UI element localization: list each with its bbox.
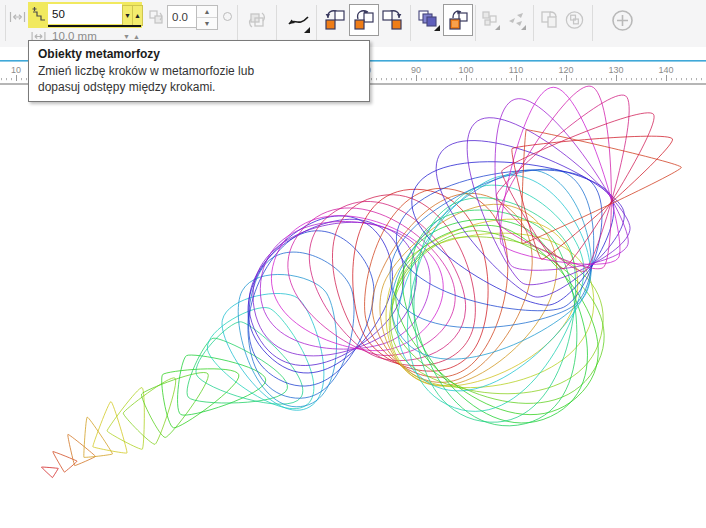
separator — [276, 5, 277, 41]
svg-text:110: 110 — [509, 65, 523, 75]
svg-text:90: 90 — [411, 65, 421, 75]
blend-steps-input[interactable] — [48, 4, 122, 24]
mini-squares-icon — [480, 9, 503, 33]
blend-step-shape[interactable] — [248, 216, 392, 373]
object-acceleration-button[interactable] — [245, 8, 269, 32]
tooltip-line1: Zmień liczbę kroków w metamorfozie lub — [38, 63, 360, 79]
blend-direction-icon — [148, 9, 164, 25]
start-object-icon — [323, 8, 347, 32]
copy-blend-icon — [539, 9, 560, 31]
copy-blend-button[interactable] — [538, 8, 560, 32]
blend-steps-label — [30, 5, 46, 23]
blend-step-shape[interactable] — [249, 231, 374, 386]
degree-symbol-icon — [223, 12, 232, 21]
blend-steps-icon — [31, 6, 46, 22]
end-object-button[interactable] — [380, 7, 404, 33]
direction-spinner-up[interactable]: ▲ — [197, 6, 217, 18]
blend-step-shape[interactable] — [107, 388, 144, 450]
stacked-squares-icon — [417, 8, 441, 32]
dropdown-arrow-icon — [304, 27, 310, 33]
active-blend-icon — [446, 8, 470, 32]
steps-spinner-up[interactable]: ▲ — [132, 5, 143, 26]
acceleration-icon — [246, 9, 268, 31]
h-spacing-icon — [9, 11, 26, 23]
map-nodes-button[interactable] — [504, 8, 529, 34]
separator — [533, 5, 534, 41]
clone-sphere-icon — [564, 9, 585, 31]
blend-art[interactable] — [0, 85, 706, 528]
end-object-icon — [380, 8, 404, 32]
separator — [410, 5, 411, 41]
focus-underline — [48, 25, 141, 27]
blend-objects-button[interactable] — [416, 7, 441, 33]
blend-step-shape[interactable] — [222, 293, 324, 410]
svg-text:130: 130 — [608, 65, 623, 75]
blend-spacing-left-button[interactable] — [8, 10, 26, 23]
more-options-button[interactable] — [479, 8, 503, 34]
svg-text:140: 140 — [658, 65, 673, 75]
blend-step-shape[interactable] — [84, 417, 113, 457]
plus-circle-icon — [611, 9, 634, 32]
separator — [5, 5, 6, 41]
blend-step-shape[interactable] — [207, 308, 314, 409]
blend-direction-input[interactable] — [167, 5, 197, 28]
tooltip-line2: dopasuj odstępy między krokami. — [38, 79, 360, 95]
active-blend-button[interactable] — [443, 4, 473, 36]
blend-step-shape[interactable] — [436, 141, 624, 298]
clone-blend-button[interactable] — [563, 8, 585, 32]
direction-spinner: ▲ ▼ — [196, 5, 218, 30]
path-properties-button[interactable] — [285, 7, 311, 35]
svg-text:120: 120 — [558, 65, 573, 75]
separator — [592, 5, 593, 41]
drawing-canvas[interactable] — [0, 85, 706, 528]
tooltip-title: Obiekty metamorfozy — [38, 46, 360, 63]
separator — [316, 5, 317, 41]
tooltip: Obiekty metamorfozy Zmień liczbę kroków … — [28, 40, 370, 102]
end-object-mid-button[interactable] — [349, 4, 379, 36]
svg-text:10: 10 — [11, 65, 21, 75]
application-window: ▼ ▲ 10.0 mm ▼ ▲ — [0, 0, 706, 528]
blend-step-shape[interactable] — [187, 338, 287, 403]
start-object-button[interactable] — [323, 7, 347, 33]
separator — [237, 5, 238, 41]
blend-direction-label — [148, 9, 164, 25]
add-preset-button[interactable] — [610, 8, 634, 32]
map-nodes-icon — [505, 9, 529, 33]
dropdown-arrow-icon — [495, 25, 500, 30]
direction-spinner-down[interactable]: ▼ — [197, 18, 217, 29]
separator — [475, 5, 476, 41]
blend-both-icon — [352, 8, 376, 32]
svg-text:100: 100 — [458, 65, 473, 75]
blend-step-shape[interactable] — [123, 378, 175, 444]
blend-step-shape[interactable] — [178, 355, 266, 415]
path-arrow-icon — [286, 8, 311, 34]
blend-step-shape[interactable] — [41, 467, 58, 478]
dropdown-arrow-icon — [521, 25, 526, 30]
blend-step-shape[interactable] — [68, 434, 96, 465]
